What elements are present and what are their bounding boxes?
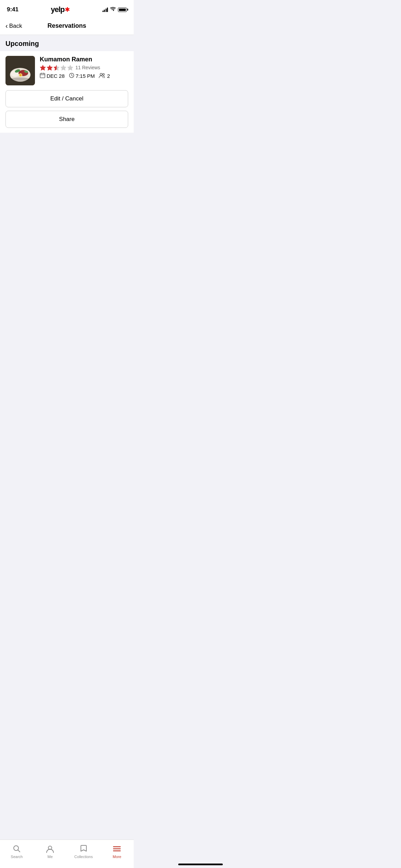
time-item: 7:15 PM xyxy=(69,73,95,79)
party-size: 2 xyxy=(107,73,110,79)
back-arrow-icon: ‹ xyxy=(5,22,8,30)
svg-point-6 xyxy=(20,74,22,76)
date-text: DEC 28 xyxy=(47,73,65,79)
nav-bar: ‹ Back Reservations xyxy=(0,17,134,35)
date-item: DEC 28 xyxy=(40,73,65,79)
empty-content-area xyxy=(0,133,134,304)
restaurant-details: Kumamon Ramen xyxy=(40,56,128,85)
svg-rect-15 xyxy=(40,73,45,78)
svg-marker-10 xyxy=(40,65,46,71)
section-header: Upcoming xyxy=(0,35,134,51)
svg-point-18 xyxy=(103,74,105,75)
share-button[interactable]: Share xyxy=(5,111,128,128)
restaurant-image xyxy=(5,56,35,85)
svg-marker-12 xyxy=(53,65,60,71)
back-button[interactable]: ‹ Back xyxy=(5,22,22,30)
people-icon xyxy=(99,73,106,79)
party-item: 2 xyxy=(99,73,110,79)
svg-marker-11 xyxy=(47,65,53,71)
star-1 xyxy=(40,64,46,71)
svg-point-17 xyxy=(100,73,102,75)
status-time: 9:41 xyxy=(7,6,19,13)
stars-row: 11 Reviews xyxy=(40,64,128,71)
star-5-empty xyxy=(67,64,73,71)
card-buttons: Edit / Cancel Share xyxy=(5,90,128,128)
clock-icon xyxy=(69,73,74,79)
back-label: Back xyxy=(9,23,22,29)
page-title: Reservations xyxy=(47,22,86,29)
calendar-icon xyxy=(40,73,45,79)
svg-marker-14 xyxy=(67,65,73,71)
reservation-meta: DEC 28 7:15 PM xyxy=(40,73,128,79)
star-rating xyxy=(40,64,73,71)
edit-cancel-button[interactable]: Edit / Cancel xyxy=(5,90,128,107)
review-count: 11 Reviews xyxy=(75,65,100,70)
yelp-logo: yelp ✱ xyxy=(51,5,70,14)
svg-marker-13 xyxy=(60,65,66,71)
star-4-empty xyxy=(60,64,66,71)
reservation-card: Kumamon Ramen xyxy=(0,51,134,133)
wifi-icon xyxy=(110,7,116,12)
upcoming-title: Upcoming xyxy=(5,40,39,47)
time-text: 7:15 PM xyxy=(76,73,95,79)
status-icons xyxy=(102,7,127,12)
star-2 xyxy=(47,64,53,71)
status-bar: 9:41 yelp ✱ xyxy=(0,0,134,17)
star-3-half xyxy=(53,64,60,71)
battery-icon xyxy=(118,8,127,12)
signal-icon xyxy=(102,7,108,12)
svg-point-9 xyxy=(11,77,30,81)
restaurant-name: Kumamon Ramen xyxy=(40,56,128,63)
